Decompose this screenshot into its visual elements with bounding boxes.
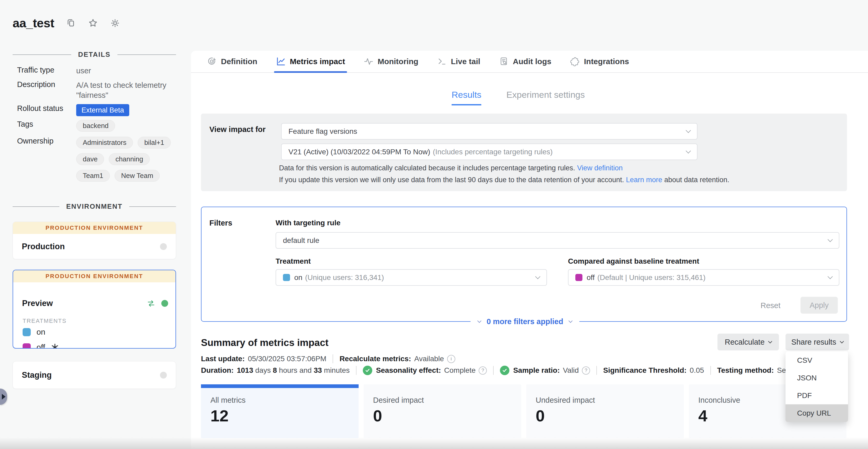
environment-name: Preview bbox=[22, 299, 53, 308]
filters-label: Filters bbox=[209, 219, 232, 228]
share-menu-item-pdf[interactable]: PDF bbox=[785, 387, 848, 404]
targeting-rule-label: With targeting rule bbox=[276, 219, 340, 227]
swap-arrows-icon[interactable] bbox=[147, 299, 156, 307]
chevron-down-icon bbox=[568, 319, 573, 323]
owner-pill: Team1 bbox=[76, 170, 110, 182]
tab-definition[interactable]: Definition bbox=[207, 51, 257, 72]
status-line-1: Last update: 05/30/2025 03:57:06PM Recal… bbox=[201, 354, 455, 364]
check-circle-icon bbox=[500, 366, 509, 375]
production-environment-banner: PRODUCTION ENVIRONMENT bbox=[13, 270, 176, 282]
owner-pill: New Team bbox=[115, 170, 160, 182]
pulse-icon bbox=[364, 57, 373, 66]
targeting-rule-dropdown[interactable]: default rule bbox=[276, 232, 839, 249]
description-row: Description A/A test to check telemetry … bbox=[17, 80, 176, 100]
environment-card-staging[interactable]: Staging bbox=[12, 361, 176, 389]
card-undesired-impact[interactable]: Undesired impact 0 bbox=[526, 384, 684, 438]
environment-card-preview[interactable]: PRODUCTION ENVIRONMENT Preview TREATMENT… bbox=[12, 270, 176, 349]
chevron-down-icon bbox=[686, 148, 691, 153]
page: aa_test DETAILS Traffic type bbox=[0, 0, 868, 449]
puzzle-icon bbox=[570, 57, 580, 66]
treatment-dropdown[interactable]: on (Unique users: 316,341) bbox=[276, 269, 547, 286]
tab-integrations[interactable]: Integrations bbox=[570, 51, 629, 72]
environment-name: Staging bbox=[22, 370, 52, 380]
tab-live-tail[interactable]: Live tail bbox=[437, 51, 480, 72]
tab-audit-logs[interactable]: Audit logs bbox=[499, 51, 552, 72]
view-impact-section: View impact for Feature flag versions V2… bbox=[201, 114, 847, 191]
chevron-down-icon bbox=[686, 128, 691, 133]
version-note-1: Data for this version is automatically c… bbox=[279, 164, 623, 172]
treatment-color-swatch bbox=[23, 328, 31, 336]
chevron-down-icon bbox=[828, 237, 833, 242]
tag-pill: backend bbox=[76, 120, 115, 132]
chevron-down-icon bbox=[535, 274, 540, 279]
owner-pill: bilal+1 bbox=[138, 137, 171, 149]
environment-divider: ENVIRONMENT bbox=[12, 202, 176, 211]
share-results-menu: CSV JSON PDF Copy URL bbox=[785, 352, 848, 422]
more-filters-toggle[interactable]: 0 more filters applied bbox=[470, 316, 579, 327]
default-treatment-asterisk-icon bbox=[51, 343, 59, 349]
share-menu-item-copy-url[interactable]: Copy URL bbox=[785, 404, 848, 422]
treatment-color-swatch bbox=[283, 274, 290, 281]
summary-heading: Summary of metrics impact bbox=[201, 337, 329, 348]
treatment-color-swatch bbox=[23, 343, 31, 349]
environment-heading: ENVIRONMENT bbox=[66, 202, 122, 211]
learn-more-link[interactable]: Learn more bbox=[626, 176, 662, 184]
card-all-metrics[interactable]: All metrics 12 bbox=[201, 384, 359, 438]
help-icon[interactable]: ? bbox=[479, 366, 487, 375]
treatment-label: Treatment bbox=[276, 257, 311, 266]
status-line-2: Duration: 1013 days 8 hours and 33 minut… bbox=[201, 365, 790, 376]
share-menu-item-csv[interactable]: CSV bbox=[785, 352, 848, 369]
help-icon[interactable]: ? bbox=[582, 366, 590, 375]
sidebar-collapse-handle[interactable] bbox=[0, 389, 7, 405]
treatments-label: TREATMENTS bbox=[23, 318, 66, 324]
subtab-results[interactable]: Results bbox=[452, 90, 481, 106]
owner-pill: dave bbox=[76, 153, 104, 165]
tab-metrics-impact[interactable]: Metrics impact bbox=[276, 51, 345, 72]
rollout-status-badge[interactable]: External Beta bbox=[76, 104, 129, 116]
rollout-status-row: Rollout status External Beta bbox=[17, 104, 176, 116]
environment-name: Production bbox=[22, 242, 65, 251]
view-definition-link[interactable]: View definition bbox=[577, 164, 623, 172]
treatment-color-swatch bbox=[575, 274, 583, 281]
impact-type-dropdown[interactable]: Feature flag versions bbox=[281, 123, 698, 140]
chart-line-icon bbox=[276, 57, 285, 66]
status-dot bbox=[160, 372, 167, 379]
recalculate-button[interactable]: Recalculate bbox=[717, 334, 779, 351]
ownership-row: Ownership Administrators bilal+1 dave ch… bbox=[17, 137, 176, 182]
sidebar: DETAILS Traffic type user Description A/… bbox=[12, 0, 176, 449]
terminal-icon bbox=[437, 57, 446, 66]
chevron-down-icon bbox=[840, 339, 844, 343]
baseline-treatment-label: Compared against baseline treatment bbox=[568, 257, 699, 266]
traffic-type-row: Traffic type user bbox=[17, 66, 176, 76]
apply-button[interactable]: Apply bbox=[801, 297, 838, 313]
details-heading: DETAILS bbox=[78, 51, 110, 59]
info-icon[interactable]: i bbox=[447, 355, 455, 363]
baseline-treatment-dropdown[interactable]: off (Default | Unique users: 315,461) bbox=[568, 269, 839, 286]
main-panel: Definition Metrics impact Monitoring bbox=[191, 51, 868, 449]
subtab-experiment-settings[interactable]: Experiment settings bbox=[506, 90, 585, 106]
metric-summary-cards: All metrics 12 Desired impact 0 Undesire… bbox=[201, 384, 846, 438]
view-impact-label: View impact for bbox=[209, 125, 266, 134]
chevron-down-icon bbox=[477, 319, 482, 323]
tab-monitoring[interactable]: Monitoring bbox=[364, 51, 418, 72]
production-environment-banner: PRODUCTION ENVIRONMENT bbox=[13, 222, 176, 234]
owner-pill: Administrators bbox=[76, 137, 133, 149]
treatment-row-off: off bbox=[23, 343, 59, 349]
share-menu-item-json[interactable]: JSON bbox=[785, 369, 848, 387]
target-icon bbox=[207, 57, 217, 66]
document-search-icon bbox=[499, 57, 508, 66]
sub-tabs: Results Experiment settings bbox=[452, 90, 585, 106]
share-results-button[interactable]: Share results bbox=[785, 334, 849, 351]
tags-row: Tags backend bbox=[17, 120, 176, 132]
treatment-row-on: on bbox=[23, 328, 45, 336]
active-status-dot bbox=[161, 300, 168, 307]
check-circle-icon bbox=[363, 366, 372, 375]
filters-section: Filters With targeting rule default rule… bbox=[201, 207, 847, 322]
card-desired-impact[interactable]: Desired impact 0 bbox=[364, 384, 521, 438]
version-dropdown[interactable]: V21 (Active) (10/03/2022 04:59PM To Now)… bbox=[281, 144, 698, 160]
status-dot bbox=[160, 243, 167, 250]
environment-card-production[interactable]: PRODUCTION ENVIRONMENT Production bbox=[12, 221, 176, 259]
reset-button[interactable]: Reset bbox=[761, 301, 780, 310]
chevron-down-icon bbox=[768, 339, 772, 343]
owner-pill: channing bbox=[109, 153, 150, 165]
